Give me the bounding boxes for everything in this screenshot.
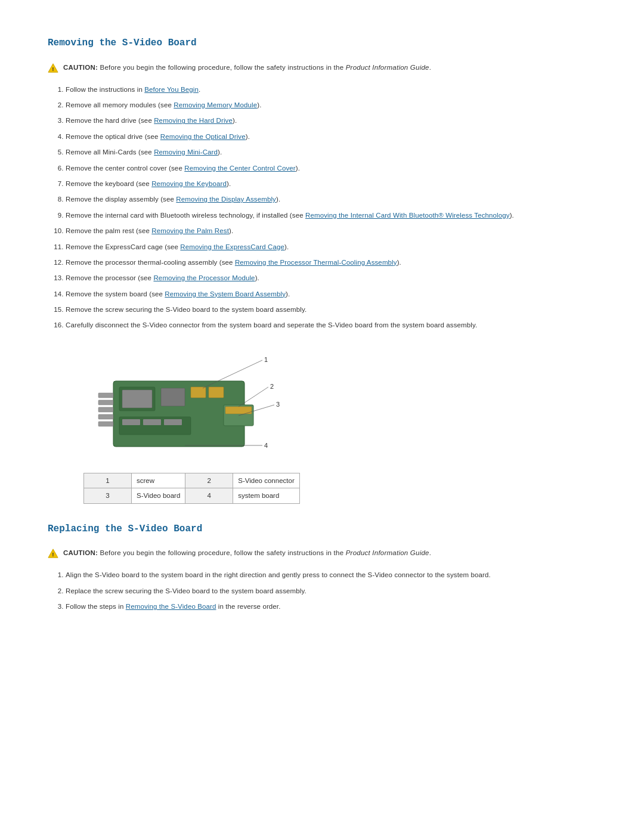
removing-mini-card-link[interactable]: Removing Mini-Card [154,148,218,156]
list-item: Remove the hard drive (see Removing the … [66,115,596,126]
table-num-4: 4 [185,488,233,503]
svg-text:!: ! [52,551,54,558]
svg-rect-4 [122,390,152,408]
list-item: Follow the steps in Removing the S-Video… [66,601,596,612]
removing-svideo-board-link[interactable]: Removing the S-Video Board [126,603,216,610]
removing-system-board-link[interactable]: Removing the System Board Assembly [165,290,286,298]
removing-title: Removing the S-Video Board [48,36,596,51]
table-label-svideo-connector: S-Video connector [233,473,299,488]
list-item: Remove the palm rest (see Removing the P… [66,225,596,236]
removing-center-control-cover-link[interactable]: Removing the Center Control Cover [184,165,296,172]
table-num-3: 3 [84,488,132,503]
list-item: Carefully disconnect the S-Video connect… [66,320,596,330]
list-item: Replace the screw securing the S-Video b… [66,586,596,596]
diagram-table: 1 screw 2 S-Video connector 3 S-Video bo… [83,473,300,504]
removing-processor-link[interactable]: Removing the Processor Module [153,274,255,281]
removing-optical-drive-link[interactable]: Removing the Optical Drive [160,133,246,140]
svg-rect-16 [98,407,113,412]
svg-rect-13 [164,419,182,425]
diagram-area: 1 2 3 4 1 screw 2 S-Video connector [83,345,596,504]
svg-rect-11 [122,419,140,425]
before-you-begin-link[interactable]: Before You Begin [144,86,199,93]
svg-text:4: 4 [264,442,268,449]
svg-rect-6 [191,387,206,398]
caution-icon-2: ! [48,548,58,559]
list-item: Remove the internal card with Bluetooth … [66,210,596,221]
svg-rect-5 [161,388,185,406]
replacing-caution: ! CAUTION: Before you begin the followin… [48,547,596,559]
svg-rect-15 [98,400,113,405]
replacing-caution-text: CAUTION: Before you begin the following … [63,547,431,558]
list-item: Remove all Mini-Cards (see Removing Mini… [66,147,596,157]
svg-text:!: ! [52,66,54,72]
list-item: Remove the optical drive (see Removing t… [66,131,596,142]
replacing-title: Replacing the S-Video Board [48,522,596,537]
removing-bluetooth-card-link[interactable]: Removing the Internal Card With Bluetoot… [305,212,510,219]
pcb-diagram: 1 2 3 4 [83,345,286,465]
list-item: Remove the screw securing the S-Video bo… [66,304,596,315]
list-item: Remove the processor (see Removing the P… [66,272,596,283]
table-label-svideo-board: S-Video board [132,488,185,503]
replacing-section: Replacing the S-Video Board ! CAUTION: B… [48,522,596,612]
replacing-steps-list: Align the S-Video board to the system bo… [66,569,596,612]
svg-text:1: 1 [264,356,268,363]
svg-rect-18 [98,422,113,426]
removing-caution: ! CAUTION: Before you begin the followin… [48,62,596,73]
svg-text:3: 3 [276,401,280,408]
caution-icon: ! [48,63,58,73]
table-label-screw: screw [132,473,185,488]
list-item: Remove the processor thermal-cooling ass… [66,257,596,268]
list-item: Remove the center control cover (see Rem… [66,163,596,174]
table-num-1: 1 [84,473,132,488]
removing-display-assembly-link[interactable]: Removing the Display Assembly [176,196,276,203]
table-label-system-board: system board [233,488,299,503]
removing-memory-module-link[interactable]: Removing Memory Module [174,101,257,109]
removing-keyboard-link[interactable]: Removing the Keyboard [151,180,227,187]
list-item: Remove the display assembly (see Removin… [66,194,596,205]
svg-rect-14 [98,393,113,398]
list-item: Remove the ExpressCard cage (see Removin… [66,241,596,252]
svg-rect-7 [209,387,224,398]
removing-steps-list: Follow the instructions in Before You Be… [66,84,596,331]
svg-text:2: 2 [270,383,274,390]
list-item: Remove the system board (see Removing th… [66,289,596,299]
removing-section: Removing the S-Video Board ! CAUTION: Be… [48,36,596,504]
removing-thermal-cooling-link[interactable]: Removing the Processor Thermal-Cooling A… [235,259,397,266]
list-item: Align the S-Video board to the system bo… [66,569,596,580]
svg-rect-17 [98,414,113,419]
list-item: Follow the instructions in Before You Be… [66,84,596,95]
table-num-2: 2 [185,473,233,488]
removing-hard-drive-link[interactable]: Removing the Hard Drive [154,117,233,124]
removing-caution-text: CAUTION: Before you begin the following … [63,62,431,73]
list-item: Remove all memory modules (see Removing … [66,100,596,110]
svg-rect-12 [143,419,161,425]
removing-palm-rest-link[interactable]: Removing the Palm Rest [151,227,229,234]
list-item: Remove the keyboard (see Removing the Ke… [66,178,596,189]
removing-expresscard-cage-link[interactable]: Removing the ExpressCard Cage [180,243,284,250]
